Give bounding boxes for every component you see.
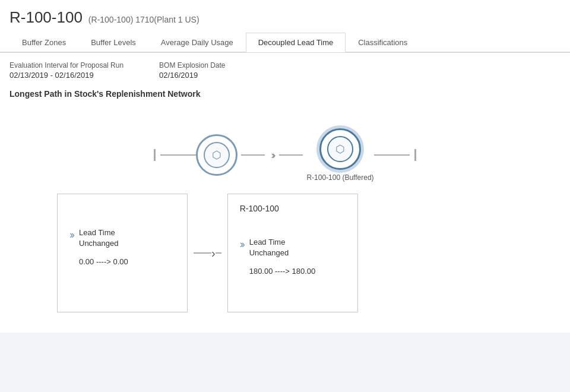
- node-1-inner: ⬡: [204, 142, 230, 168]
- evaluation-interval-label: Evaluation Interval for Proposal Run: [10, 61, 124, 69]
- bom-explosion-item: BOM Explosion Date 02/16/2019: [159, 61, 225, 80]
- cards-container: ›› Lead Time Unchanged 0.00 ----> 0.00 ›: [57, 194, 513, 312]
- tab-average-daily-usage[interactable]: Average Daily Usage: [148, 33, 246, 52]
- node-2-wrapper: ⬡ R-100-100 (Buffered): [306, 128, 373, 182]
- info-row: Evaluation Interval for Proposal Run 02/…: [10, 61, 560, 80]
- evaluation-interval-value: 02/13/2019 - 02/16/2019: [10, 71, 94, 80]
- card-conn-line-left: [194, 252, 211, 254]
- header: R-100-100 (R-100-100) 1710(Plant 1 US) B…: [0, 0, 570, 52]
- node-2-inner: ⬡: [327, 136, 353, 162]
- section-title: Longest Path in Stock's Replenishment Ne…: [10, 89, 560, 99]
- card-2-body: ›› Lead Time Unchanged 180.00 ----> 180.…: [240, 237, 346, 276]
- bom-explosion-value: 02/16/2019: [159, 71, 198, 80]
- left-line: [160, 154, 196, 156]
- tab-classifications[interactable]: Classifications: [346, 33, 420, 52]
- card-conn-arrow-icon: ›: [211, 246, 216, 260]
- mid-line-right: [279, 154, 303, 156]
- card-2-info: Lead Time Unchanged 180.00 ----> 180.00: [249, 237, 316, 276]
- right-line: [374, 154, 410, 156]
- card-1-status: Lead Time Unchanged: [79, 227, 128, 249]
- node-1-outer: ⬡: [196, 134, 238, 176]
- tab-buffer-levels[interactable]: Buffer Levels: [78, 33, 148, 52]
- mid-line-left: [241, 154, 265, 156]
- card-2-title: R-100-100: [240, 204, 346, 213]
- evaluation-interval-item: Evaluation Interval for Proposal Run 02/…: [10, 61, 124, 80]
- left-end-bar: [154, 149, 156, 161]
- card-1: ›› Lead Time Unchanged 0.00 ----> 0.00: [57, 194, 188, 312]
- tab-decoupled-lead-time[interactable]: Decoupled Lead Time: [246, 33, 346, 52]
- network-diagram: ⬡ ›› ⬡ R-100-100 (Buffered): [10, 116, 560, 188]
- card-2-status: Lead Time Unchanged: [249, 237, 316, 258]
- double-arrow: ››: [271, 149, 273, 162]
- node-1-icon: ⬡: [212, 148, 221, 162]
- card-2: R-100-100 ›› Lead Time Unchanged 180.00 …: [227, 194, 358, 312]
- title-row: R-100-100 (R-100-100) 1710(Plant 1 US): [10, 8, 560, 33]
- card-2-arrow-icon: ››: [240, 238, 243, 251]
- subtitle: (R-100-100) 1710(Plant 1 US): [88, 15, 200, 24]
- card-1-value: 0.00 ----> 0.00: [79, 257, 128, 266]
- card-1-arrow-icon: ››: [69, 229, 73, 241]
- main-title: R-100-100: [10, 8, 83, 27]
- tab-bar: Buffer Zones Buffer Levels Average Daily…: [10, 33, 560, 52]
- card-2-value: 180.00 ----> 180.00: [249, 267, 316, 276]
- card-1-body: ›› Lead Time Unchanged 0.00 ----> 0.00: [69, 227, 175, 266]
- card-1-info: Lead Time Unchanged 0.00 ----> 0.00: [79, 227, 128, 266]
- right-end-bar: [414, 149, 416, 161]
- card-conn-line-right: [216, 252, 221, 254]
- tab-buffer-zones[interactable]: Buffer Zones: [10, 33, 78, 52]
- bom-explosion-label: BOM Explosion Date: [159, 61, 225, 69]
- node-2-outer: ⬡: [319, 128, 361, 170]
- card-connector: ›: [188, 246, 227, 260]
- main-content: Evaluation Interval for Proposal Run 02/…: [0, 52, 570, 333]
- node-1-wrapper: ⬡: [196, 134, 238, 176]
- node-2-icon: ⬡: [335, 143, 345, 156]
- page: R-100-100 (R-100-100) 1710(Plant 1 US) B…: [0, 0, 570, 392]
- node-2-label: R-100-100 (Buffered): [306, 173, 373, 182]
